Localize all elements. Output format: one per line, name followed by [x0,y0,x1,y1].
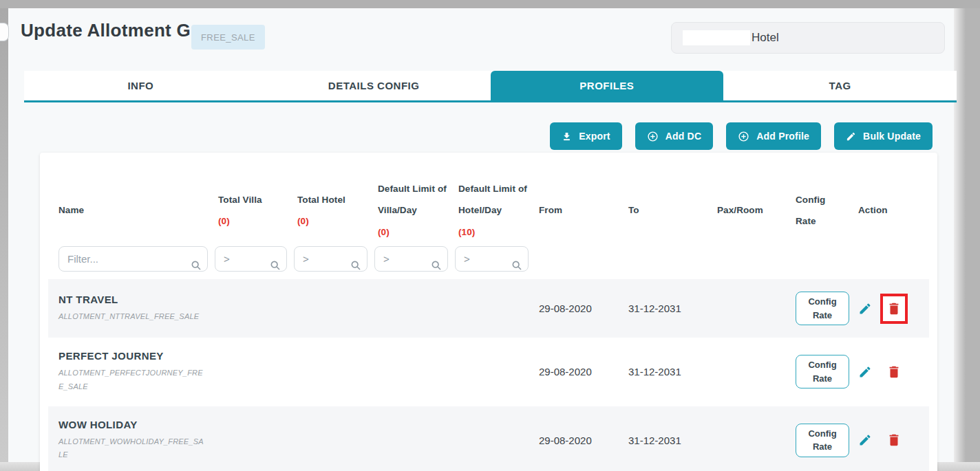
delete-highlight-annotation [880,294,908,324]
hotel-selector[interactable]: Hotel [671,22,945,54]
table-header-row: Name Total Villa(0) Total Hotel(0) Defau… [48,161,929,246]
filter-input-limit-hotel[interactable] [455,246,529,272]
table-row: WOW HOLIDAY ALLOTMENT_WOWHOLIDAY_FREE_SA… [48,406,929,471]
status-badge: FREE_SALE [191,25,265,50]
plus-circle-icon [647,131,659,142]
profile-name-cell: NT TRAVEL ALLOTMENT_NTTRAVEL_FREE_SALE [48,294,208,324]
toolbar: Export Add DC Add Profile Bulk Update [550,122,933,150]
profile-name-cell: PERFECT JOURNEY ALLOTMENT_PERFECTJOURNEY… [48,350,208,394]
redacted-text-block [683,30,750,45]
drawer-handle[interactable] [0,23,9,41]
filter-input-name[interactable] [58,246,208,272]
pencil-icon [858,365,872,379]
table-filter-row [48,246,929,279]
hotel-selector-value: Hotel [752,31,779,45]
action-cell [848,294,929,324]
profile-code: ALLOTMENT_NTTRAVEL_FREE_SALE [58,310,208,324]
profile-code: ALLOTMENT_PERFECTJOURNEY_FREE_SALE [58,366,208,394]
edit-button[interactable] [858,302,872,316]
to-date: 31-12-2031 [618,303,707,314]
action-cell [848,357,929,387]
pencil-icon [858,433,872,447]
to-date: 31-12-2031 [618,435,707,446]
tab-details-config[interactable]: DETAILS CONFIG [257,71,491,100]
from-date: 29-08-2020 [529,366,618,377]
trash-wrap [880,425,908,455]
tab-tag[interactable]: TAG [723,71,957,100]
filter-cell-total-hotel [287,246,368,272]
add-profile-button[interactable]: Add Profile [726,122,821,150]
download-icon [562,131,572,142]
filter-input-limit-villa[interactable] [374,246,448,272]
col-header-config-rate: Config Rate [785,189,848,232]
config-rate-button[interactable]: Config Rate [796,424,849,457]
count-badge: (0) [378,221,448,243]
bulk-update-button[interactable]: Bulk Update [834,122,933,150]
profiles-table-card: Name Total Villa(0) Total Hotel(0) Defau… [40,153,937,471]
table-row: PERFECT JOURNEY ALLOTMENT_PERFECTJOURNEY… [48,338,929,406]
trash-icon [886,301,902,316]
filter-cell-total-villa [208,246,287,272]
profile-name: NT TRAVEL [58,294,208,305]
config-rate-button[interactable]: Config Rate [796,292,849,325]
export-button[interactable]: Export [550,122,622,150]
window-border-left [0,8,8,462]
screenshot-frame: Update Allotment Group FREE_SALE Hotel I… [0,0,980,471]
filter-input-total-hotel[interactable] [294,246,368,272]
add-profile-button-label: Add Profile [756,131,809,142]
col-header-action: Action [848,199,929,221]
col-header-total-hotel: Total Hotel(0) [287,189,368,232]
count-badge: (0) [297,210,368,232]
delete-button[interactable] [886,364,902,380]
edit-button[interactable] [858,365,872,379]
col-header-pax-room: Pax/Room [707,199,785,221]
filter-cell-name [48,246,208,272]
filter-cell-limit-villa [368,246,448,272]
trash-icon [886,364,902,380]
col-header-default-limit-hotel: Default Limit of Hotel/Day(10) [448,178,529,242]
tab-profiles[interactable]: PROFILES [491,71,724,100]
delete-button[interactable] [886,432,902,448]
filter-cell-limit-hotel [448,246,529,272]
count-badge: (10) [458,221,529,243]
add-dc-button-label: Add DC [665,131,702,142]
trash-wrap [880,357,908,387]
delete-button[interactable] [886,301,902,316]
action-cell [848,425,929,455]
to-date: 31-12-2031 [618,366,707,377]
profile-name-cell: WOW HOLIDAY ALLOTMENT_WOWHOLIDAY_FREE_SA… [48,419,208,463]
col-header-name: Name [48,199,208,221]
pencil-icon [846,131,856,142]
tab-info[interactable]: INFO [24,71,257,100]
tab-bar: INFO DETAILS CONFIG PROFILES TAG [24,71,957,102]
window-border-right [954,8,980,462]
edit-button[interactable] [858,433,872,447]
profile-name: PERFECT JOURNEY [58,350,208,362]
from-date: 29-08-2020 [529,303,618,314]
window-border-top [0,0,980,8]
page: Update Allotment Group FREE_SALE Hotel I… [8,8,954,462]
add-dc-button[interactable]: Add DC [635,122,714,150]
col-header-total-villa: Total Villa(0) [208,189,287,232]
filter-input-total-villa[interactable] [215,246,287,272]
export-button-label: Export [579,131,610,142]
config-rate-cell: Config Rate [785,424,848,457]
col-header-from: From [529,199,618,221]
bulk-update-button-label: Bulk Update [863,131,921,142]
count-badge: (0) [218,210,287,232]
col-header-to: To [618,199,707,221]
profile-name: WOW HOLIDAY [58,419,208,430]
config-rate-cell: Config Rate [785,292,848,325]
from-date: 29-08-2020 [529,435,618,446]
pencil-icon [858,302,872,316]
table-row: NT TRAVEL ALLOTMENT_NTTRAVEL_FREE_SALE 2… [48,279,929,338]
trash-icon [886,432,902,448]
col-header-default-limit-villa: Default Limit of Villa/Day(0) [368,178,448,242]
config-rate-button[interactable]: Config Rate [796,355,849,388]
profile-code: ALLOTMENT_WOWHOLIDAY_FREE_SALE [58,435,208,463]
plus-circle-icon [738,131,749,142]
config-rate-cell: Config Rate [785,355,848,388]
